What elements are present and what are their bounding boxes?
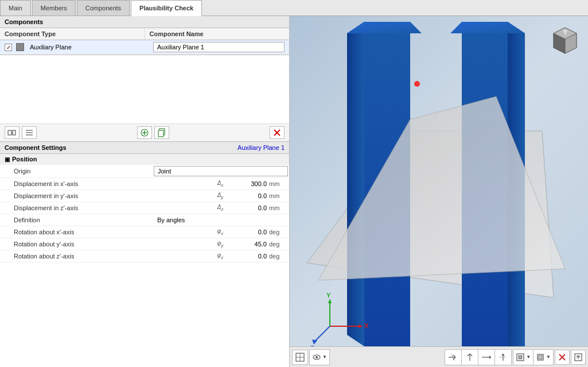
disp-z-value[interactable]: 0.0 bbox=[229, 204, 269, 211]
row-checkbox[interactable] bbox=[5, 44, 16, 51]
view-tz-up-button[interactable] bbox=[495, 350, 511, 365]
svg-rect-60 bbox=[539, 356, 542, 359]
disp-z-row: Displacement in z'-axis Δz 0.0 mm bbox=[0, 202, 289, 214]
svg-rect-58 bbox=[519, 356, 522, 359]
view-options-button[interactable]: ▼ bbox=[310, 350, 329, 365]
view-tz-button[interactable] bbox=[478, 350, 495, 365]
right-panel: X Y Z bbox=[290, 16, 588, 367]
row-type-icon bbox=[16, 43, 28, 51]
origin-value[interactable]: Joint bbox=[154, 166, 288, 176]
view-tx-button[interactable] bbox=[445, 350, 462, 365]
rot-z-unit: deg bbox=[269, 253, 289, 260]
main-layout: Components Component Type Component Name… bbox=[0, 16, 588, 367]
model-button[interactable]: ▼ bbox=[534, 350, 553, 365]
view-ty-button[interactable] bbox=[462, 350, 478, 365]
shrink-button[interactable] bbox=[5, 126, 20, 139]
tab-main[interactable]: Main bbox=[0, 0, 31, 16]
rot-y-value[interactable]: 45.0 bbox=[229, 241, 269, 248]
disp-x-label: Displacement in x'-axis bbox=[0, 179, 212, 188]
rot-z-row: Rotation about z'-axis φz 0.0 deg bbox=[0, 250, 289, 262]
scene-svg: X Y Z bbox=[290, 16, 588, 346]
definition-value: By angles bbox=[154, 215, 289, 225]
definition-label: Definition bbox=[0, 215, 154, 225]
definition-row: Definition By angles bbox=[0, 214, 289, 226]
eye-icon bbox=[312, 353, 321, 362]
bottom-toolbar: ▼ bbox=[290, 346, 588, 367]
rot-z-value[interactable]: 0.0 bbox=[229, 253, 269, 260]
shrink-icon bbox=[7, 128, 17, 137]
th-component-name: Component Name bbox=[145, 28, 290, 40]
model-icon bbox=[536, 353, 545, 362]
svg-point-22 bbox=[414, 81, 420, 87]
settings-header: Component Settings Auxiliary Plane 1 bbox=[0, 142, 289, 154]
th-component-type: Component Type bbox=[0, 28, 145, 40]
table-header: Component Type Component Name bbox=[0, 28, 289, 40]
disp-x-symbol: Δx bbox=[212, 180, 229, 188]
ty-icon bbox=[464, 353, 476, 362]
disp-z-label: Displacement in z'-axis bbox=[0, 203, 212, 213]
origin-label: Origin bbox=[0, 167, 154, 176]
disp-x-unit: mm bbox=[269, 180, 289, 187]
rot-y-symbol: φy bbox=[212, 240, 229, 248]
disp-z-unit: mm bbox=[269, 204, 289, 211]
checkbox-icon[interactable] bbox=[5, 44, 12, 51]
svg-marker-53 bbox=[489, 356, 491, 359]
rot-z-symbol: φz bbox=[212, 252, 229, 260]
components-toolbar bbox=[0, 124, 289, 142]
svg-rect-1 bbox=[13, 130, 15, 135]
disp-y-row: Displacement in y'-axis Δy 0.0 mm bbox=[0, 190, 289, 202]
svg-rect-0 bbox=[8, 130, 11, 135]
tz-icon bbox=[481, 353, 492, 362]
rot-x-value[interactable]: 0.0 bbox=[229, 229, 269, 235]
nav-cube[interactable]: Y bbox=[548, 22, 582, 56]
disp-y-value[interactable]: 0.0 bbox=[229, 192, 269, 199]
position-group-label: Position bbox=[12, 156, 37, 163]
model-arrow: ▼ bbox=[546, 354, 551, 360]
rot-x-symbol: φx bbox=[212, 228, 229, 236]
rot-x-unit: deg bbox=[269, 229, 289, 235]
svg-text:Y: Y bbox=[563, 29, 567, 36]
display-icon bbox=[516, 353, 525, 362]
export-button[interactable] bbox=[571, 350, 586, 365]
tx-icon bbox=[447, 353, 459, 362]
settings-section: Component Settings Auxiliary Plane 1 ▣ P… bbox=[0, 142, 289, 367]
disp-y-label: Displacement in y'-axis bbox=[0, 191, 212, 200]
display-group: ▼ ▼ bbox=[513, 349, 554, 365]
position-group-header[interactable]: ▣ Position bbox=[0, 154, 289, 165]
origin-row: Origin Joint bbox=[0, 165, 289, 178]
disp-x-row: Displacement in x'-axis Δx 300.0 mm bbox=[0, 178, 289, 190]
nav-cube-svg: Y bbox=[548, 22, 582, 56]
tab-bar: Main Members Components Plausibility Che… bbox=[0, 0, 588, 16]
view-group: ▼ bbox=[309, 349, 330, 365]
delete-button[interactable] bbox=[270, 126, 285, 139]
reset-button[interactable] bbox=[555, 350, 570, 365]
home-view-button[interactable] bbox=[292, 350, 308, 365]
axis-buttons bbox=[445, 349, 512, 365]
export-icon bbox=[574, 353, 583, 362]
svg-rect-10 bbox=[158, 130, 163, 137]
table-row[interactable]: Auxiliary Plane Auxiliary Plane 1 bbox=[0, 40, 289, 55]
rot-x-row: Rotation about x'-axis φx 0.0 deg bbox=[0, 226, 289, 238]
rot-z-label: Rotation about z'-axis bbox=[0, 252, 212, 261]
copy-button[interactable] bbox=[154, 126, 169, 139]
home-icon bbox=[295, 352, 305, 362]
add-button[interactable] bbox=[137, 126, 152, 139]
display-button[interactable]: ▼ bbox=[513, 350, 534, 365]
settings-title: Component Settings bbox=[5, 144, 67, 151]
delete-icon bbox=[272, 128, 282, 137]
settings-component-name: Auxiliary Plane 1 bbox=[237, 144, 285, 151]
components-section-header: Components bbox=[0, 16, 289, 28]
reset-icon bbox=[558, 353, 567, 362]
tab-members[interactable]: Members bbox=[32, 0, 76, 16]
auxiliary-plane-icon bbox=[16, 43, 24, 51]
svg-marker-55 bbox=[501, 354, 505, 356]
row-name-value[interactable]: Auxiliary Plane 1 bbox=[153, 42, 285, 52]
row-type-label: Auxiliary Plane bbox=[30, 44, 153, 51]
disp-x-value[interactable]: 300.0 bbox=[229, 180, 269, 187]
tab-components[interactable]: Components bbox=[77, 0, 130, 16]
3d-scene[interactable]: X Y Z bbox=[290, 16, 588, 346]
disp-y-symbol: Δy bbox=[212, 192, 229, 200]
tab-plausibility[interactable]: Plausibility Check bbox=[131, 0, 202, 16]
svg-marker-16 bbox=[347, 22, 364, 346]
list-button[interactable] bbox=[22, 126, 37, 139]
